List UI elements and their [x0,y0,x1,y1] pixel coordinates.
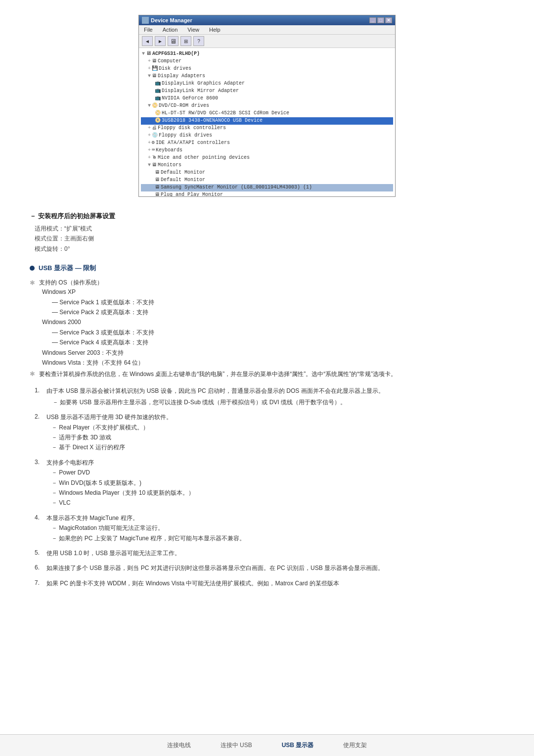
list-item[interactable]: + ⚙ IDE ATA/ATAPI controllers [141,140,393,147]
minimize-button[interactable]: _ [369,17,376,23]
item-1-sub: － 如要将 USB 显示器用作主显示器，您可以连接 D-Sub 缆线（用于模拟信… [46,397,504,407]
numbered-item-6: 6. 如果连接了多个 USB 显示器，则当 PC 对其进行识别时这些显示器将显示… [35,563,504,573]
device-manager-window: Device Manager _ □ ✕ File Action View He… [138,15,396,197]
num-6: 6. [35,563,44,573]
menubar: File Action View Help [139,25,395,35]
titlebar: Device Manager _ □ ✕ [139,15,395,25]
usb-section-header: USB 显示器 — 限制 [30,264,504,273]
close-button[interactable]: ✕ [385,17,392,23]
supported-os-block: ✱ 支持的 OS（操作系统） Windows XP — Service Pack… [30,279,504,379]
initial-mode: 适用模式：“扩展”模式 [35,224,504,234]
os-vista: Windows Vista：支持（不支持 64 位） [42,358,154,368]
main-content: － 安装程序后的初始屏幕设置 适用模式：“扩展”模式 模式位置：主画面右侧 模式… [0,207,534,601]
list-item[interactable]: ▼ 📀 DVD/CD-ROM drives [141,102,393,110]
item-2-sub1: － Real Player（不支持扩展模式。） [46,423,504,432]
nav-item-2[interactable]: 连接中 USB [221,741,252,750]
menu-action[interactable]: Action [161,26,180,33]
num-7: 7. [35,578,44,588]
list-item[interactable]: 🖥 Default Monitor [141,177,393,184]
os-sp1: — Service Pack 1 或更低版本：不支持 [42,297,154,307]
star-icon-2: ✱ [30,370,35,378]
os-winxp: Windows XP [42,287,154,297]
titlebar-text: Device Manager [151,17,192,23]
help-button[interactable]: ? [193,36,204,46]
list-item[interactable]: ▼ 🖥 Display Adapters [141,73,393,80]
num-5: 5. [35,548,44,558]
num-1: 1. [35,386,44,407]
device-tree-content: ▼ 🖥 ACPFGS31-RLHD(P) + 🖥 Computer + 💾 Di… [139,48,395,196]
num-4: 4. [35,513,44,543]
numbered-list: 1. 由于本 USB 显示器会被计算机识别为 USB 设备，因此当 PC 启动时… [30,386,504,588]
item-2-sub2: － 适用于多数 3D 游戏 [46,432,504,442]
item-3-sub1: － Power DVD [46,468,504,477]
item-1-content: 由于本 USB 显示器会被计算机识别为 USB 设备，因此当 PC 启动时，普通… [46,386,504,407]
list-item[interactable]: 📀 HL-DT-ST RW/DVD GCC-4522B SCSI CdRom D… [141,110,393,117]
list-item[interactable]: 🖥 Plug and Play Monitor [141,191,393,196]
toolbar: ◄ ► 🖥 ⊞ ? [139,35,395,48]
numbered-item-1: 1. 由于本 USB 显示器会被计算机识别为 USB 设备，因此当 PC 启动时… [35,386,504,407]
os-sp2: — Service Pack 2 或更高版本：支持 [42,307,154,317]
os-sp4: — Service Pack 4 或更高版本：支持 [42,337,154,347]
num-2: 2. [35,412,44,453]
item-4-sub2: － 如果您的 PC 上安装了 MagicTune 程序，则它可能与本显示器不兼容… [46,533,504,543]
list-item[interactable]: ▼ 🖥 Monitors [141,162,393,169]
list-item[interactable]: 📀 3USB2018 3438-ONENANOCO USB Device [141,117,393,125]
list-item[interactable]: + 💾 Disk drives [141,65,393,73]
item-7-content: 如果 PC 的显卡不支持 WDDM，则在 Windows Vista 中可能无法… [46,578,504,588]
list-item[interactable]: 📺 NVIDIA GeForce 8600 [141,95,393,102]
bottom-nav: 连接电线 连接中 USB USB 显示器 使用支架 [0,734,534,756]
tree-root[interactable]: ▼ 🖥 ACPFGS31-RLHD(P) [141,50,393,58]
item-3-content: 支持多个电影程序 － Power DVD － Win DVD(版本 5 或更新版… [46,458,504,508]
properties-button[interactable]: ⊞ [180,36,191,46]
item-2-content: USB 显示器不适用于使用 3D 硬件加速的软件。 － Real Player（… [46,412,504,453]
numbered-item-5: 5. 使用 USB 1.0 时，USB 显示器可能无法正常工作。 [35,548,504,558]
nav-item-3[interactable]: USB 显示器 [282,741,314,750]
initial-setup-title: － 安装程序后的初始屏幕设置 [30,212,504,221]
os-list: Windows XP — Service Pack 1 或更低版本：不支持 — … [39,287,154,368]
list-item[interactable]: 🖥 Samsung SyncMaster Monitor (LG8_000119… [141,184,393,191]
list-item[interactable]: 📺 DisplayLink Graphics Adapter [141,80,393,88]
menu-help[interactable]: Help [207,26,222,33]
list-item[interactable]: 📺 DisplayLink Mirror Adapter [141,88,393,95]
check-info-row: ✱ 要检查计算机操作系统的信息，在 Windows 桌面上右键单击“我的电脑”，… [30,370,504,379]
list-item[interactable]: + 🖱 Mice and other pointing devices [141,154,393,162]
item-5-content: 使用 USB 1.0 时，USB 显示器可能无法正常工作。 [46,548,504,558]
nav-item-4[interactable]: 使用支架 [343,741,367,750]
forward-button[interactable]: ► [155,36,166,46]
numbered-item-4: 4. 本显示器不支持 MagicTune 程序。 － MagicRotation… [35,513,504,543]
menu-view[interactable]: View [185,26,201,33]
check-info-text: 要检查计算机操作系统的信息，在 Windows 桌面上右键单击“我的电脑”，并在… [39,370,397,379]
menu-file[interactable]: File [142,26,155,33]
numbered-item-2: 2. USB 显示器不适用于使用 3D 硬件加速的软件。 － Real Play… [35,412,504,453]
computer-icon: 🖥 [168,36,178,46]
initial-setup-body: 适用模式：“扩展”模式 模式位置：主画面右侧 模式旋转：0° [30,224,504,254]
star-icon: ✱ [30,279,35,286]
list-item[interactable]: + 💿 Floppy disk drives [141,132,393,140]
initial-setup-section: － 安装程序后的初始屏幕设置 适用模式：“扩展”模式 模式位置：主画面右侧 模式… [30,212,504,254]
numbered-item-3: 3. 支持多个电影程序 － Power DVD － Win DVD(版本 5 或… [35,458,504,508]
numbered-item-7: 7. 如果 PC 的显卡不支持 WDDM，则在 Windows Vista 中可… [35,578,504,588]
item-3-sub2: － Win DVD(版本 5 或更新版本。) [46,478,504,488]
item-4-sub1: － MagicRotation 功能可能无法正常运行。 [46,523,504,533]
os-sp3: — Service Pack 3 或更低版本：不支持 [42,328,154,337]
item-3-sub4: － VLC [46,498,504,508]
os-server2003: Windows Server 2003：不支持 [42,348,154,358]
list-item[interactable]: + 🖥 Computer [141,58,393,65]
list-item[interactable]: + 🖨 Floppy disk controllers [141,125,393,132]
initial-rotation: 模式旋转：0° [35,244,504,254]
maximize-button[interactable]: □ [377,17,384,23]
computer-name: ACPFGS31-RLHD(P) [152,50,200,57]
item-4-content: 本显示器不支持 MagicTune 程序。 － MagicRotation 功能… [46,513,504,543]
bullet-circle [30,266,35,271]
back-button[interactable]: ◄ [142,36,153,46]
supported-os-row: ✱ 支持的 OS（操作系统） Windows XP — Service Pack… [30,279,504,368]
usb-limitation-section: USB 显示器 — 限制 ✱ 支持的 OS（操作系统） Windows XP —… [30,264,504,588]
list-item[interactable]: + ⌨ Keyboards [141,147,393,154]
item-3-sub3: － Windows Media Player（支持 10 或更新的版本。） [46,488,504,498]
list-item[interactable]: 🖥 Default Monitor [141,169,393,177]
initial-position: 模式位置：主画面右侧 [35,234,504,243]
supported-os-title: 支持的 OS（操作系统） [39,279,103,286]
titlebar-icon [142,17,149,24]
nav-item-1[interactable]: 连接电线 [167,741,191,750]
item-6-content: 如果连接了多个 USB 显示器，则当 PC 对其进行识别时这些显示器将显示空白画… [46,563,504,573]
